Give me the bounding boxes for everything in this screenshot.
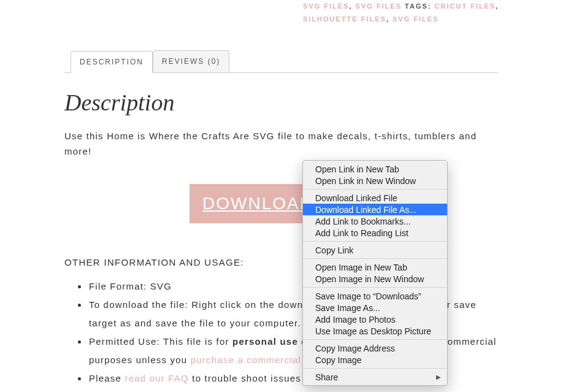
tab-reviews[interactable]: REVIEWS (0): [153, 50, 229, 72]
meta-tags-label: TAGS:: [402, 2, 435, 10]
ctx-download-linked-file[interactable]: Download Linked File: [303, 192, 447, 204]
ctx-separator: [303, 258, 447, 259]
ctx-copy-image-address[interactable]: Copy Image Address: [303, 342, 447, 354]
li-text: Permitted Use: This file is for: [89, 336, 232, 347]
list-item: This file is an SVG cut file that is mea…: [88, 388, 499, 392]
meta-sep: ,: [349, 2, 355, 10]
li-text: Please: [89, 373, 124, 383]
ctx-separator: [303, 189, 447, 190]
ctx-open-link-new-window[interactable]: Open Link in New Window: [303, 175, 447, 186]
ctx-separator: [303, 368, 447, 369]
tab-description[interactable]: DESCRIPTION: [71, 51, 153, 73]
ctx-open-image-new-window[interactable]: Open Image in New Window: [303, 273, 447, 285]
meta-sep: ,: [496, 2, 499, 10]
meta-tag-link[interactable]: CRICUT FILES: [435, 2, 496, 10]
ctx-open-link-new-tab[interactable]: Open Link in New Tab: [303, 163, 447, 175]
meta-tag-link[interactable]: SVG FILES: [393, 15, 439, 23]
ctx-open-image-new-tab[interactable]: Open Image in New Tab: [303, 261, 447, 273]
ctx-share[interactable]: Share: [303, 371, 447, 383]
tabs-row: DESCRIPTION REVIEWS (0): [71, 50, 499, 72]
product-content: DESCRIPTION REVIEWS (0) Description Use …: [0, 50, 563, 392]
description-heading: Description: [64, 89, 499, 116]
ctx-add-link-reading-list[interactable]: Add Link to Reading List: [303, 227, 447, 239]
ctx-separator: [303, 339, 447, 340]
meta-sep: ,: [386, 15, 393, 23]
faq-link[interactable]: read our FAQ: [124, 373, 188, 383]
meta-cat-link[interactable]: SVG FILES: [356, 2, 402, 10]
ctx-add-image-photos[interactable]: Add Image to Photos: [303, 313, 447, 325]
product-meta: SVG FILES, SVG FILES TAGS: CRICUT FILES,…: [303, 0, 563, 26]
ctx-copy-image[interactable]: Copy Image: [303, 354, 447, 366]
ctx-save-image-as[interactable]: Save Image As...: [303, 302, 447, 313]
li-bold: personal use: [232, 336, 298, 347]
ctx-separator: [303, 287, 447, 288]
ctx-copy-link[interactable]: Copy Link: [303, 244, 447, 256]
meta-tag-link[interactable]: SILHOUETTE FILES: [303, 15, 386, 23]
context-menu: Open Link in New Tab Open Link in New Wi…: [302, 160, 448, 386]
ctx-use-image-desktop[interactable]: Use Image as Desktop Picture: [303, 325, 447, 337]
ctx-add-link-bookmarks[interactable]: Add Link to Bookmarks...: [303, 215, 447, 227]
ctx-download-linked-file-as[interactable]: Download Linked File As...: [303, 204, 447, 215]
meta-cat-link[interactable]: SVG FILES: [303, 2, 349, 10]
ctx-save-image-downloads[interactable]: Save Image to “Downloads”: [303, 290, 447, 302]
intro-paragraph: Use this Home is Where the Crafts Are SV…: [64, 128, 499, 159]
ctx-separator: [303, 241, 447, 242]
